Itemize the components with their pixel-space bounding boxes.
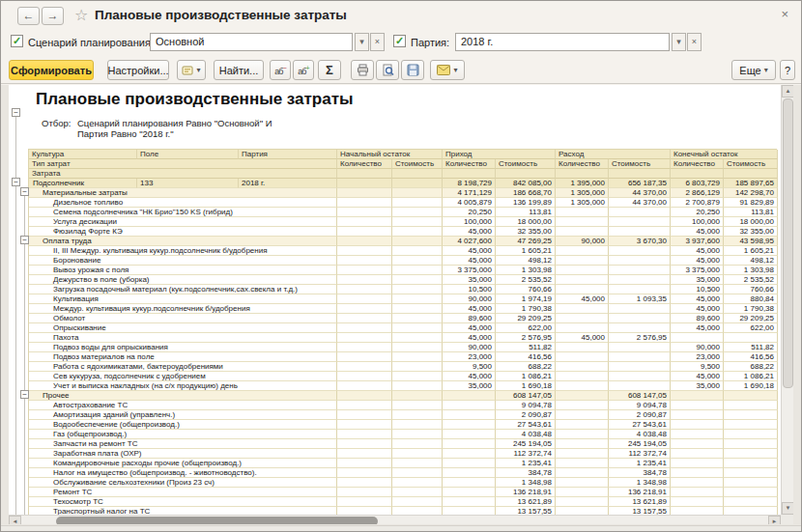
- cell-value[interactable]: [337, 246, 392, 256]
- cell-value[interactable]: 1 348,98: [496, 478, 556, 488]
- cell-value[interactable]: 2 535,52: [724, 275, 778, 285]
- cell-value[interactable]: 45,000: [443, 256, 496, 266]
- cell-value[interactable]: [556, 497, 609, 507]
- cell-value[interactable]: 32 355,00: [496, 227, 556, 237]
- cell-value[interactable]: [671, 391, 724, 401]
- generate-button[interactable]: Сформировать: [9, 60, 94, 80]
- cell-value[interactable]: [609, 256, 671, 266]
- cell-value[interactable]: [724, 439, 778, 449]
- cell-value[interactable]: 2 700,879: [671, 198, 724, 208]
- cell-value[interactable]: 100,000: [671, 217, 724, 227]
- cell-value[interactable]: [337, 198, 392, 208]
- cell-value[interactable]: 90,000: [443, 343, 496, 352]
- cell-value[interactable]: [337, 208, 392, 217]
- cell-value[interactable]: [392, 188, 443, 198]
- cell-value[interactable]: [392, 420, 443, 430]
- cell-value[interactable]: 45,000: [671, 227, 724, 237]
- cell-value[interactable]: [392, 459, 443, 468]
- batch-clear-icon[interactable]: ×: [687, 33, 702, 51]
- cell-value[interactable]: 4 038,48: [609, 430, 671, 439]
- cell-value[interactable]: [724, 478, 778, 488]
- cell-value[interactable]: [337, 381, 392, 391]
- cell-value[interactable]: [337, 449, 392, 459]
- cell-value[interactable]: [337, 227, 392, 237]
- cell-value[interactable]: 90,000: [671, 343, 724, 352]
- cell-value[interactable]: [671, 333, 724, 343]
- cell-value[interactable]: [671, 488, 724, 497]
- cell-value[interactable]: 1 305,000: [556, 198, 609, 208]
- cell-value[interactable]: 2 535,52: [496, 275, 556, 285]
- cell-value[interactable]: [724, 459, 778, 468]
- cell-value[interactable]: 1 790,38: [496, 304, 556, 314]
- cell-value[interactable]: [337, 323, 392, 333]
- cell-value[interactable]: [337, 459, 392, 468]
- cell-value[interactable]: [337, 237, 392, 246]
- cell-value[interactable]: [609, 285, 671, 294]
- cell-value[interactable]: 43 598,95: [724, 237, 778, 246]
- cell-value[interactable]: 656 187,35: [609, 179, 671, 188]
- cell-value[interactable]: [556, 488, 609, 497]
- cell-value[interactable]: 91 829,89: [724, 198, 778, 208]
- cell-value[interactable]: 4 171,129: [443, 188, 496, 198]
- collapse-labor-button[interactable]: −: [20, 236, 29, 244]
- cell-value[interactable]: 113,81: [496, 208, 556, 217]
- back-button[interactable]: ←: [17, 7, 40, 25]
- cell-value[interactable]: 136 218,91: [609, 488, 671, 497]
- cell-value[interactable]: 29 209,25: [496, 314, 556, 323]
- col-field[interactable]: Поле: [137, 150, 239, 159]
- cell-label[interactable]: Оплата труда: [29, 237, 337, 246]
- cell-value[interactable]: [671, 430, 724, 439]
- cell-value[interactable]: [556, 449, 609, 459]
- scroll-left-icon[interactable]: ◄: [9, 516, 21, 524]
- cell-value[interactable]: [556, 304, 609, 314]
- cell-value[interactable]: [556, 381, 609, 391]
- cell-value[interactable]: 13 621,89: [609, 497, 671, 507]
- cell-value[interactable]: [392, 333, 443, 343]
- cell-value[interactable]: [609, 381, 671, 391]
- cell-value[interactable]: 8 198,729: [443, 179, 496, 188]
- cell-value[interactable]: 4 027,600: [443, 237, 496, 246]
- batch-checkbox[interactable]: ✓: [393, 35, 406, 47]
- cell-value[interactable]: [724, 468, 778, 478]
- cell-label[interactable]: Водообеспечение (общепроизвод.): [29, 420, 337, 430]
- cell-value[interactable]: [556, 391, 609, 401]
- cell-value[interactable]: [337, 362, 392, 372]
- save-button[interactable]: [401, 60, 424, 80]
- cell-value[interactable]: [556, 401, 609, 410]
- cell-label[interactable]: Амортизация зданий (управленч.): [29, 410, 337, 420]
- cell-value[interactable]: [337, 352, 392, 362]
- cell-value[interactable]: 45,000: [671, 372, 724, 381]
- scenario-checkbox[interactable]: ✓: [11, 35, 23, 47]
- cell-value[interactable]: 35,000: [443, 275, 496, 285]
- cell-value[interactable]: 622,00: [496, 323, 556, 333]
- cell-value[interactable]: [337, 294, 392, 304]
- cell-value[interactable]: [724, 430, 778, 439]
- cell-value[interactable]: 47 269,25: [496, 237, 556, 246]
- cell-value[interactable]: [337, 478, 392, 488]
- cell-label[interactable]: Техосмотр ТС: [29, 497, 337, 507]
- cell-value[interactable]: [556, 256, 609, 266]
- cell-value[interactable]: 20,250: [443, 208, 496, 217]
- cell-value[interactable]: 1 974,19: [496, 294, 556, 304]
- cell-value[interactable]: [392, 372, 443, 381]
- cell-label[interactable]: Фюзилад Форте КЭ: [29, 227, 337, 237]
- cell-value[interactable]: [609, 275, 671, 285]
- cell-value[interactable]: [443, 410, 496, 420]
- cell-label[interactable]: Дизельное топливо: [29, 198, 337, 208]
- cell-value[interactable]: [443, 439, 496, 449]
- cell-value[interactable]: [337, 266, 392, 275]
- cell-value[interactable]: [724, 333, 778, 343]
- cell-value[interactable]: [556, 468, 609, 478]
- cell-label[interactable]: Вывоз урожая с поля: [29, 266, 337, 275]
- cell-label[interactable]: Сев кукуруза, подсолнечник с удобрением: [29, 372, 337, 381]
- scenario-dropdown-icon[interactable]: ▾: [355, 33, 369, 51]
- cell-value[interactable]: 112 372,74: [609, 449, 671, 459]
- cell-value[interactable]: [443, 391, 496, 401]
- cell-value[interactable]: 20,250: [671, 208, 724, 217]
- cell-value[interactable]: [392, 478, 443, 488]
- cell-value[interactable]: [337, 188, 392, 198]
- cell-value[interactable]: [392, 198, 443, 208]
- help-button[interactable]: ?: [780, 60, 795, 80]
- cell-value[interactable]: [671, 449, 724, 459]
- cell-value[interactable]: 1 086,21: [724, 372, 778, 381]
